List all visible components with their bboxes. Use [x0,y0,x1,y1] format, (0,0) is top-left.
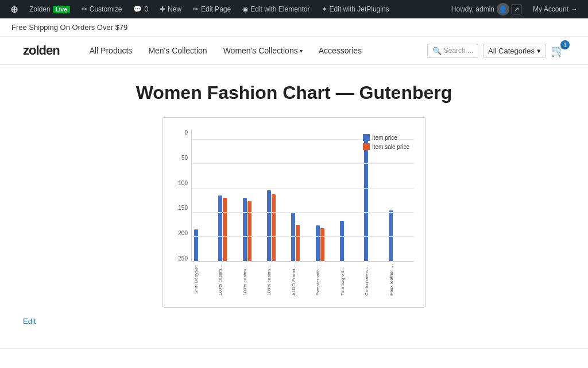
chevron-down-icon: ▾ [300,48,303,54]
x-labels: Shirt Bodysuit100% cashmere s...100% cas… [191,262,414,296]
chart-container: 250 200 150 100 50 0 [162,117,426,308]
comments-count: 0 [144,5,148,13]
y-label-250: 250 [174,255,188,262]
edit-elementor-label: Edit with Elementor [250,5,310,13]
gridline-200 [192,163,414,164]
site-name-label: Zolden [29,5,51,13]
new-label: New [168,5,181,13]
admin-bar-right: Howdy, admin 👤 ↗ My Account → [447,0,582,18]
site-name-item[interactable]: Zolden Live [25,0,75,18]
legend-item-sale: Item sale price [363,143,409,150]
search-placeholder: Search ... [444,47,473,55]
x-label-5: Sweater with volu... [315,264,338,296]
category-select[interactable]: All Categories ▾ [483,44,546,58]
legend-swatch-price [363,134,370,141]
nav-item-mens[interactable]: Men's Collection [141,43,214,59]
admin-bar-left: ⊕ Zolden Live ✏ Customize 💬 0 ✚ New ✏ Ed… [6,0,447,18]
search-icon: 🔍 [432,47,442,55]
chart-y-axis: 250 200 150 100 50 0 [174,129,191,262]
nav-item-all-products[interactable]: All Products [83,43,140,59]
elementor-icon: ◉ [242,5,248,13]
gridline-100 [192,212,414,213]
edit-jetplugins-label: Edit with JetPlugins [330,5,389,13]
nav-item-womens[interactable]: Women's Collections ▾ [216,43,310,59]
x-label-6: Tote bag with chain [340,264,363,296]
footer: Customer service Need Help? FAQ Special … [0,348,588,368]
gridline-50 [192,236,414,237]
nav-label-accessories: Accessories [319,46,362,55]
y-label-0: 0 [174,129,188,136]
logout-icon: → [571,5,578,13]
chart-body: Item price Item sale price [191,129,414,262]
live-badge: Live [53,6,70,13]
gridline-150 [192,188,414,189]
y-label-50: 50 [174,155,188,161]
wp-logo-item[interactable]: ⊕ [6,0,22,18]
nav-label-all-products: All Products [90,46,133,55]
chart-legend: Item price Item sale price [363,134,409,150]
howdy-label: Howdy, admin [451,5,494,13]
customize-item[interactable]: ✏ Customize [77,0,127,18]
notification-bar: Free Shipping On Orders Over $79 [0,18,588,37]
admin-bar: ⊕ Zolden Live ✏ Customize 💬 0 ✚ New ✏ Ed… [0,0,588,18]
x-label-7: Cotton overshirt [364,264,387,296]
notification-text: Free Shipping On Orders Over $79 [11,23,127,32]
edit-link[interactable]: Edit [23,317,565,325]
new-tab-icon: ↗ [512,5,521,14]
x-label-0: Shirt Bodysuit [194,264,216,296]
legend-swatch-sale [363,143,370,150]
search-box[interactable]: 🔍 Search ... [427,44,478,58]
edit-page-item[interactable]: ✏ Edit Page [188,0,235,18]
wp-icon: ⊕ [10,4,18,15]
cart-button[interactable]: 🛒 1 [551,44,565,57]
category-chevron-icon: ▾ [537,47,541,55]
x-label-2: 100% cashmere s... [242,264,265,296]
x-label-8: Faux leather biker ... [389,264,412,296]
site-header: zolden All Products Men's Collection Wom… [0,37,588,65]
main-nav: All Products Men's Collection Women's Co… [83,43,416,59]
new-item[interactable]: ✚ New [155,0,186,18]
nav-label-mens: Men's Collection [148,46,207,55]
header-actions: 🔍 Search ... All Categories ▾ 🛒 1 [427,44,565,58]
legend-label-price: Item price [372,135,397,141]
customize-label: Customize [90,5,122,13]
legend-item-price: Item price [363,134,409,141]
y-label-100: 100 [174,180,188,186]
cart-count-badge: 1 [560,40,570,49]
x-label-4: ALDO Francia 2 p... [291,264,314,296]
comments-icon: 💬 [133,5,142,13]
x-label-3: 100% cashmere s... [266,264,289,296]
howdy-item[interactable]: Howdy, admin 👤 ↗ [447,0,526,18]
jet-icon: ✦ [322,5,327,13]
category-label: All Categories [488,47,535,55]
my-account-item[interactable]: My Account → [528,0,582,18]
my-account-label: My Account [533,5,568,13]
nav-label-womens: Women's Collections [223,46,298,55]
customize-icon: ✏ [82,5,87,13]
comments-item[interactable]: 💬 0 [129,0,153,18]
x-label-1: 100% cashmere s... [218,264,241,296]
site-logo[interactable]: zolden [23,43,60,58]
nav-item-accessories[interactable]: Accessories [312,43,369,59]
page-title: Women Fashion Chart — Gutenberg [23,82,565,103]
y-label-200: 200 [174,230,188,236]
edit-elementor-item[interactable]: ◉ Edit with Elementor [238,0,314,18]
new-icon: ✚ [160,5,165,13]
edit-page-icon: ✏ [193,5,199,13]
edit-jetplugins-item[interactable]: ✦ Edit with JetPlugins [317,0,394,18]
main-content: Women Fashion Chart — Gutenberg 250 200 … [0,65,588,337]
user-icon: 👤 [497,3,509,16]
edit-page-label: Edit Page [201,5,231,13]
y-label-150: 150 [174,205,188,211]
legend-label-sale: Item sale price [372,144,409,150]
